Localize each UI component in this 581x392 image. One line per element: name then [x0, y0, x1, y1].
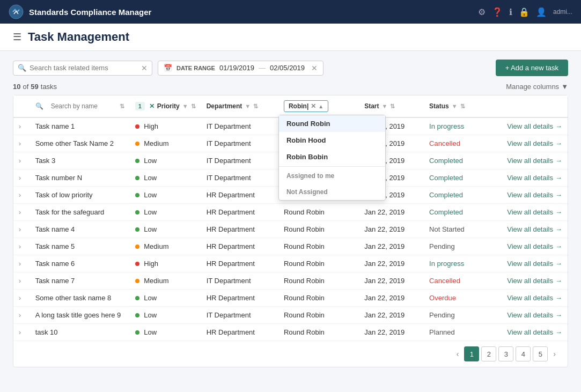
row-expand-10[interactable]: ›	[13, 290, 30, 307]
status-filter-icon[interactable]: ▼	[452, 103, 458, 109]
dept-filter-icon[interactable]: ▼	[245, 103, 251, 109]
task-search-input[interactable]	[30, 64, 138, 72]
dropdown-item-robin-bobin[interactable]: Robin Bobin	[279, 149, 385, 165]
row-expand-2[interactable]: ›	[13, 152, 30, 169]
task-dept-6: HR Department	[201, 221, 278, 238]
view-details-link-8[interactable]: View all details →	[490, 260, 562, 268]
expand-icon-0[interactable]: ›	[19, 123, 21, 130]
priority-filter-icon[interactable]: ▼	[182, 103, 188, 109]
row-expand-6[interactable]: ›	[13, 221, 30, 238]
user-icon[interactable]: 👤	[536, 7, 547, 17]
page-2-button[interactable]: 2	[481, 346, 496, 361]
view-details-link-1[interactable]: View all details →	[490, 139, 562, 147]
help-icon[interactable]: ❓	[492, 7, 503, 17]
assigned-clear-icon[interactable]: ✕	[311, 102, 316, 110]
task-search-box[interactable]: 🔍 ✕	[13, 61, 152, 76]
expand-icon-1[interactable]: ›	[19, 140, 21, 147]
expand-icon-5[interactable]: ›	[19, 209, 21, 216]
name-search-input[interactable]	[47, 100, 116, 112]
row-expand-12[interactable]: ›	[13, 324, 30, 341]
hamburger-menu[interactable]: ☰	[13, 31, 21, 43]
view-details-link-2[interactable]: View all details →	[490, 157, 562, 165]
prev-page-button[interactable]: ‹	[453, 349, 462, 359]
task-action-3: View all details →	[485, 169, 568, 187]
expand-icon-3[interactable]: ›	[19, 174, 21, 182]
priority-text-1: Medium	[144, 139, 168, 147]
task-name-1: Some other Task Name 2	[30, 135, 130, 152]
date-range-button[interactable]: 📅 DATE RANGE 01/19/2019 — 02/05/2019 ✕	[158, 61, 323, 76]
add-task-button[interactable]: + Add a new task	[496, 60, 568, 76]
name-sort-icon[interactable]: ⇅	[120, 103, 124, 110]
dropdown-item-robin-hood[interactable]: Robin Hood	[279, 132, 385, 149]
dept-sort[interactable]: Department ▼ ⇅	[207, 102, 273, 110]
page-1-button[interactable]: 1	[464, 346, 479, 361]
dropdown-item-assigned-to-me[interactable]: Assigned to me	[279, 168, 385, 184]
view-details-link-4[interactable]: View all details →	[490, 191, 562, 199]
view-details-link-6[interactable]: View all details →	[490, 225, 562, 233]
expand-icon-11[interactable]: ›	[19, 312, 21, 319]
view-details-link-11[interactable]: View all details →	[490, 311, 562, 319]
pagination: ‹ 1 2 3 4 5 ›	[13, 341, 568, 367]
expand-icon-12[interactable]: ›	[19, 329, 21, 336]
status-sort-icon[interactable]: ⇅	[460, 103, 465, 110]
assigned-filter-text: Robin|	[289, 102, 308, 110]
task-action-9: View all details →	[485, 272, 568, 290]
task-dept-9: IT Department	[201, 272, 278, 290]
task-start-10: Jan 22, 2019	[359, 290, 424, 307]
page-5-button[interactable]: 5	[533, 346, 548, 361]
view-details-link-0[interactable]: View all details →	[490, 122, 562, 130]
row-expand-11[interactable]: ›	[13, 307, 30, 324]
view-details-link-3[interactable]: View all details →	[490, 174, 562, 182]
start-filter-icon[interactable]: ▼	[382, 103, 388, 109]
task-status-2: Completed	[424, 152, 485, 169]
priority-filter-clear[interactable]: ✕	[149, 102, 155, 110]
row-expand-7[interactable]: ›	[13, 238, 30, 255]
row-expand-1[interactable]: ›	[13, 135, 30, 152]
info-icon[interactable]: ℹ	[509, 7, 512, 17]
page-3-button[interactable]: 3	[498, 346, 513, 361]
view-details-link-7[interactable]: View all details →	[490, 242, 562, 250]
search-clear-icon[interactable]: ✕	[141, 64, 148, 72]
page-4-button[interactable]: 4	[516, 346, 531, 361]
arrow-icon-7: →	[555, 242, 562, 250]
row-expand-4[interactable]: ›	[13, 187, 30, 204]
dropdown-item-not-assigned[interactable]: Not Assigned	[279, 184, 385, 200]
expand-icon-9[interactable]: ›	[19, 277, 21, 285]
expand-icon-10[interactable]: ›	[19, 294, 21, 302]
manage-columns-label: Manage columns	[506, 83, 559, 91]
expand-icon-4[interactable]: ›	[19, 191, 21, 199]
date-clear-icon[interactable]: ✕	[311, 64, 318, 72]
row-expand-3[interactable]: ›	[13, 169, 30, 187]
task-start-7: Jan 22, 2019	[359, 238, 424, 255]
start-sort-icon[interactable]: ⇅	[390, 103, 395, 110]
manage-columns-button[interactable]: Manage columns ▼	[506, 83, 568, 91]
row-expand-0[interactable]: ›	[13, 117, 30, 135]
row-expand-5[interactable]: ›	[13, 204, 30, 221]
expand-icon-2[interactable]: ›	[19, 157, 21, 165]
task-assigned-5: Round Robin	[278, 204, 359, 221]
priority-filter-header[interactable]: 1 ✕ Priority ▼ ⇅	[135, 102, 196, 110]
view-details-link-12[interactable]: View all details →	[490, 328, 562, 336]
task-dept-4: HR Department	[201, 187, 278, 204]
expand-icon-7[interactable]: ›	[19, 243, 21, 250]
status-sort[interactable]: Status ▼ ⇅	[429, 102, 480, 110]
view-details-link-10[interactable]: View all details →	[490, 294, 562, 302]
task-start-5: Jan 22, 2019	[359, 204, 424, 221]
next-page-button[interactable]: ›	[550, 349, 559, 359]
priority-dot-7	[135, 245, 139, 249]
assigned-up-arrow[interactable]: ▲	[318, 103, 323, 109]
dropdown-item-round-robin[interactable]: Round Robin	[279, 115, 385, 132]
dept-sort-icon[interactable]: ⇅	[253, 103, 258, 110]
gear-icon[interactable]: ⚙	[478, 7, 486, 17]
expand-icon-8[interactable]: ›	[19, 260, 21, 268]
row-expand-8[interactable]: ›	[13, 255, 30, 272]
expand-icon-6[interactable]: ›	[19, 226, 21, 233]
view-details-link-5[interactable]: View all details →	[490, 208, 562, 216]
assigned-filter-input[interactable]: Robin| ✕ ▲	[284, 100, 328, 112]
lock-icon[interactable]: 🔒	[519, 7, 529, 17]
view-details-link-9[interactable]: View all details →	[490, 277, 562, 285]
start-sort[interactable]: Start ▼ ⇅	[364, 102, 418, 110]
row-expand-9[interactable]: ›	[13, 272, 30, 290]
status-text-1: Cancelled	[429, 139, 460, 147]
priority-sort-icon[interactable]: ⇅	[191, 103, 196, 110]
